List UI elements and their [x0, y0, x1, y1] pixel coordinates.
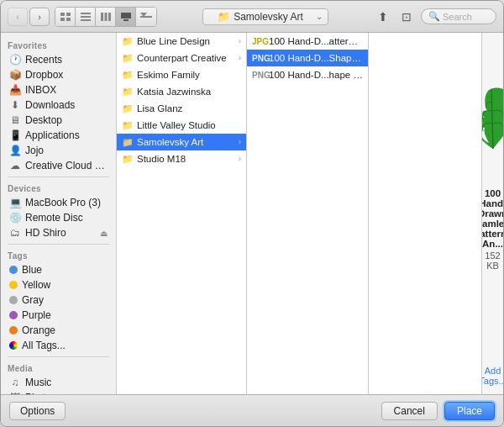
- sidebar-item-desktop[interactable]: 🖥 Desktop: [3, 113, 114, 128]
- sidebar-item-jojo[interactable]: 👤 Jojo: [3, 143, 114, 158]
- creative-cloud-icon: ☁: [9, 160, 21, 171]
- svg-rect-6: [81, 19, 91, 21]
- meta-key-last-opened: Last opened: [491, 314, 503, 333]
- meta-row-dimensions: Dimensions 5000 × 5000: [491, 334, 495, 361]
- back-button[interactable]: ‹: [8, 8, 28, 26]
- file-hand-drawn-48[interactable]: JPG 100 Hand-D...attern 48.jpg: [247, 33, 368, 50]
- sidebar-item-dropbox[interactable]: 📦 Dropbox: [3, 67, 114, 82]
- devices-label: Devices: [1, 181, 116, 195]
- sidebar-item-recents[interactable]: 🕐 Recents: [3, 52, 114, 67]
- main-content: Favorites 🕐 Recents 📦 Dropbox 📥 INBOX ⬇ …: [1, 33, 503, 394]
- chevron-blue-line: ›: [239, 37, 241, 45]
- sidebar-item-tag-blue[interactable]: Blue: [3, 262, 114, 277]
- folder-icon-counterpart: 📁: [122, 53, 134, 64]
- applications-icon: 📱: [9, 129, 21, 141]
- sidebar-item-hd-shiro[interactable]: 🗂 HD Shiro ⏏: [3, 225, 114, 240]
- sidebar-item-applications[interactable]: 📱 Applications: [3, 128, 114, 143]
- svg-rect-12: [140, 16, 152, 18]
- sidebar-item-tag-orange[interactable]: Orange: [3, 323, 114, 338]
- tag-dot-all: [9, 341, 18, 350]
- meta-key-dimensions: Dimensions: [491, 334, 503, 361]
- recents-icon: 🕐: [9, 54, 21, 66]
- view-list-button[interactable]: [76, 8, 96, 26]
- folder-blue-line[interactable]: 📁 Blue Line Design ›: [117, 33, 246, 50]
- macbook-icon: 💻: [9, 197, 21, 208]
- view-icon-button[interactable]: [55, 8, 76, 26]
- share-button[interactable]: ⬆: [374, 8, 392, 26]
- meta-row-created: Created 27/04/2019, 11:11: [491, 276, 495, 294]
- folder-icon-katsia: 📁: [122, 87, 134, 98]
- folder-eskimo[interactable]: 📁 Eskimo Family: [117, 66, 246, 83]
- sidebar-item-tag-yellow[interactable]: Yellow: [3, 277, 114, 293]
- sidebar-item-music[interactable]: ♫ Music: [3, 375, 114, 390]
- place-button[interactable]: Place: [444, 402, 495, 420]
- file-area: 📁 Blue Line Design › 📁 Counterpart Creat…: [117, 33, 503, 394]
- cancel-button[interactable]: Cancel: [381, 402, 438, 420]
- path-label: Samolevsky Art: [234, 11, 303, 23]
- add-tags-link[interactable]: Add Tags...: [482, 366, 503, 386]
- sidebar-label-recents: Recents: [25, 54, 108, 66]
- folder-samolevsky[interactable]: 📁 Samolevsky Art ›: [117, 134, 246, 150]
- sidebar-item-tag-purple[interactable]: Purple: [3, 308, 114, 323]
- bottom-bar: Options Cancel Place: [1, 394, 503, 426]
- media-label: Media: [1, 361, 116, 375]
- sidebar-label-jojo: Jojo: [25, 145, 108, 156]
- meta-key-created: Created: [491, 276, 503, 294]
- music-icon: ♫: [9, 377, 21, 388]
- view-options-button[interactable]: [136, 8, 156, 26]
- bottom-right-buttons: Cancel Place: [381, 402, 495, 420]
- sidebar-label-hd-shiro: HD Shiro: [25, 227, 96, 239]
- search-box[interactable]: 🔍 Search: [421, 8, 496, 24]
- sidebar-label-dropbox: Dropbox: [25, 69, 108, 81]
- svg-rect-9: [108, 13, 111, 21]
- jojo-icon: 👤: [9, 145, 21, 156]
- sidebar-item-downloads[interactable]: ⬇ Downloads: [3, 98, 114, 113]
- sidebar-item-tag-gray[interactable]: Gray: [3, 293, 114, 308]
- sidebar-item-macbook[interactable]: 💻 MacBook Pro (3): [3, 195, 114, 210]
- preview-filesize: 152 KB: [485, 250, 500, 271]
- file-label-little-valley: Little Valley Studio: [137, 120, 241, 130]
- view-gallery-button[interactable]: [116, 8, 136, 26]
- svg-rect-11: [123, 19, 129, 21]
- downloads-icon: ⬇: [9, 99, 21, 111]
- file-hand-drawn-shape41[interactable]: PNG 100 Hand-D...hape 41.png: [247, 66, 368, 83]
- sidebar-item-all-tags[interactable]: All Tags...: [3, 338, 114, 353]
- view-column-button[interactable]: [96, 8, 116, 26]
- tag-dot-gray: [9, 296, 18, 304]
- folder-icon-lisa: 📁: [122, 103, 134, 114]
- file-label-studio-m18: Studio M18: [137, 154, 235, 164]
- chevron-samolevsky: ›: [239, 138, 241, 146]
- sidebar-label-all-tags: All Tags...: [22, 340, 108, 351]
- file-label-lisa: Lisa Glanz: [137, 103, 241, 113]
- forward-button[interactable]: ›: [29, 8, 50, 26]
- tag-dot-orange: [9, 326, 18, 335]
- sidebar-label-inbox: INBOX: [25, 84, 108, 96]
- sidebar-item-creative-cloud[interactable]: ☁ Creative Cloud Files: [3, 158, 114, 173]
- sidebar-item-inbox[interactable]: 📥 INBOX: [3, 82, 114, 98]
- sidebar-label-tag-purple: Purple: [22, 309, 108, 321]
- png-icon-selected: PNG: [252, 54, 265, 63]
- new-folder-button[interactable]: ⊡: [397, 8, 416, 26]
- folder-counterpart[interactable]: 📁 Counterpart Creative ›: [117, 50, 246, 66]
- file-label-eskimo: Eskimo Family: [137, 70, 241, 80]
- preview-image: [482, 77, 503, 153]
- sidebar-label-creative-cloud: Creative Cloud Files: [25, 160, 108, 171]
- options-button[interactable]: Options: [9, 402, 66, 420]
- folder-icon-blue-line: 📁: [122, 36, 134, 47]
- svg-rect-2: [60, 18, 65, 21]
- eject-icon[interactable]: ⏏: [100, 229, 108, 238]
- folder-icon-little-valley: 📁: [122, 120, 134, 131]
- folder-icon-toolbar: 📁: [218, 11, 230, 23]
- folder-little-valley[interactable]: 📁 Little Valley Studio: [117, 117, 246, 134]
- folder-studio-m18[interactable]: 📁 Studio M18 ›: [117, 150, 246, 167]
- sidebar-item-remote-disc[interactable]: 💿 Remote Disc: [3, 210, 114, 225]
- folder-lisa[interactable]: 📁 Lisa Glanz: [117, 100, 246, 117]
- sidebar-divider-1: [8, 177, 109, 177]
- folder-katsia[interactable]: 📁 Katsia Jazwinska: [117, 83, 246, 100]
- svg-rect-0: [60, 13, 65, 16]
- chevron-studio-m18: ›: [239, 155, 241, 163]
- path-selector[interactable]: 📁 Samolevsky Art: [202, 8, 328, 25]
- file-hand-drawn-shape8[interactable]: PNG 100 Hand-D...Shape 8.png: [247, 50, 368, 66]
- sidebar-label-macbook: MacBook Pro (3): [25, 197, 108, 208]
- folder-icon-studio-m18: 📁: [122, 154, 134, 165]
